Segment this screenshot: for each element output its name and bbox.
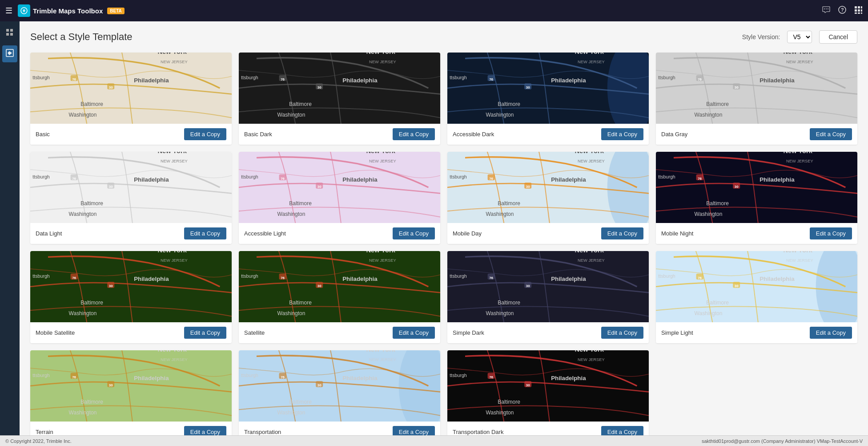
template-footer: Transportation DarkEdit a Copy [447, 422, 649, 435]
svg-rect-14 [861, 12, 862, 14]
svg-text:76: 76 [698, 77, 702, 81]
edit-copy-button-transportation-dark[interactable]: Edit a Copy [601, 426, 643, 435]
main-content: Select a Style Template Style Version: V… [20, 21, 868, 435]
svg-text:New York: New York [575, 53, 604, 55]
template-name: Simple Light [661, 329, 693, 336]
edit-copy-button-simple-light[interactable]: Edit a Copy [810, 327, 852, 339]
edit-copy-button-mobile-day[interactable]: Edit a Copy [601, 227, 643, 239]
svg-text:ttsburgh: ttsburgh [658, 75, 675, 80]
svg-text:Washington: Washington [486, 310, 514, 316]
edit-copy-button-mobile-satellite[interactable]: Edit a Copy [184, 327, 226, 339]
svg-text:Baltimore: Baltimore [289, 399, 312, 405]
template-thumbnail-accessible-dark: 76 30 New York Philadelphia Baltimore Wa… [447, 53, 649, 124]
template-thumbnail-simple-light: 76 30 New York Philadelphia Baltimore Wa… [656, 251, 857, 322]
edit-copy-button-satellite[interactable]: Edit a Copy [393, 327, 435, 339]
svg-text:NEW JERSEY: NEW JERSEY [786, 159, 813, 163]
cancel-button[interactable]: Cancel [819, 30, 857, 44]
svg-text:Washington: Washington [695, 211, 723, 217]
svg-point-47 [607, 53, 649, 124]
svg-text:Washington: Washington [69, 211, 97, 217]
svg-rect-18 [10, 33, 13, 36]
svg-point-166 [816, 251, 857, 322]
edit-copy-button-data-gray[interactable]: Edit a Copy [810, 128, 852, 140]
svg-rect-16 [10, 29, 13, 32]
svg-text:Washington: Washington [69, 410, 97, 416]
svg-text:Baltimore: Baltimore [498, 200, 520, 207]
status-bar: © Copyright 2022, Trimble Inc. sakthtid0… [0, 435, 868, 446]
svg-text:ttsburgh: ttsburgh [450, 174, 467, 179]
template-footer: Simple DarkEdit a Copy [447, 322, 649, 343]
svg-text:ttsburgh: ttsburgh [32, 273, 50, 279]
edit-copy-button-basic-dark[interactable]: Edit a Copy [393, 128, 435, 140]
svg-text:76: 76 [281, 177, 285, 181]
svg-text:ttsburgh: ttsburgh [241, 273, 258, 279]
svg-text:30: 30 [526, 85, 530, 89]
svg-text:Philadelphia: Philadelphia [551, 77, 586, 84]
template-thumbnail-mobile-night: 76 30 New York Philadelphia Baltimore Wa… [656, 152, 857, 223]
edit-copy-button-simple-dark[interactable]: Edit a Copy [601, 327, 643, 339]
sidebar-style-icon[interactable] [2, 45, 17, 62]
template-thumbnail-basic-dark: 76 30 New York Philadelphia Baltimore Wa… [239, 53, 440, 124]
svg-text:Baltimore: Baltimore [498, 399, 520, 405]
edit-copy-button-accessible-light[interactable]: Edit a Copy [393, 227, 435, 239]
svg-text:76: 76 [698, 276, 702, 280]
logo-icon [18, 4, 30, 17]
svg-text:New York: New York [157, 53, 187, 55]
svg-rect-1 [824, 8, 825, 9]
template-name: Data Light [36, 230, 62, 237]
svg-text:Washington: Washington [695, 310, 723, 316]
svg-rect-7 [858, 6, 860, 8]
edit-copy-button-data-light[interactable]: Edit a Copy [184, 227, 226, 239]
hamburger-menu[interactable]: ☰ [5, 6, 12, 16]
svg-rect-10 [858, 9, 860, 12]
svg-text:Baltimore: Baltimore [706, 101, 729, 107]
svg-text:76: 76 [281, 276, 285, 280]
template-thumbnail-data-gray: 76 30 New York Philadelphia Baltimore Wa… [656, 53, 857, 124]
edit-copy-button-terrain[interactable]: Edit a Copy [184, 426, 226, 435]
svg-text:76: 76 [281, 375, 285, 379]
svg-rect-15 [6, 29, 9, 32]
template-card-basic: 76 30 New York Philadelphia Baltimore Wa… [30, 53, 232, 145]
edit-copy-button-transportation[interactable]: Edit a Copy [393, 426, 435, 435]
template-thumbnail-simple-dark: 76 30 New York Philadelphia Baltimore Wa… [447, 251, 649, 322]
apps-icon[interactable] [854, 5, 863, 16]
svg-text:ttsburgh: ttsburgh [241, 174, 258, 179]
sidebar-grid-icon[interactable] [2, 25, 17, 42]
svg-text:30: 30 [109, 85, 113, 89]
svg-text:New York: New York [366, 152, 395, 154]
svg-text:NEW JERSEY: NEW JERSEY [786, 258, 813, 263]
beta-badge: BETA [107, 8, 124, 14]
svg-text:Baltimore: Baltimore [289, 200, 312, 207]
svg-text:76: 76 [72, 77, 76, 81]
svg-text:Baltimore: Baltimore [80, 399, 103, 405]
help-icon[interactable]: ? [838, 5, 847, 16]
svg-text:NEW JERSEY: NEW JERSEY [369, 159, 396, 163]
template-name: Accessible Light [244, 230, 286, 237]
style-version-select[interactable]: V5 V4 V3 [787, 31, 812, 43]
svg-text:NEW JERSEY: NEW JERSEY [369, 357, 396, 362]
chat-icon[interactable] [822, 5, 831, 16]
template-thumbnail-transportation-dark: 76 30 New York Philadelphia Baltimore Wa… [447, 350, 649, 422]
svg-text:NEW JERSEY: NEW JERSEY [578, 357, 605, 362]
template-footer: Mobile DayEdit a Copy [447, 223, 649, 244]
svg-text:Philadelphia: Philadelphia [760, 176, 795, 183]
svg-text:NEW JERSEY: NEW JERSEY [161, 159, 188, 163]
svg-text:New York: New York [575, 251, 604, 254]
template-name: Simple Dark [453, 329, 484, 336]
edit-copy-button-mobile-night[interactable]: Edit a Copy [810, 227, 852, 239]
edit-copy-button-basic[interactable]: Edit a Copy [184, 128, 226, 140]
edit-copy-button-accessible-dark[interactable]: Edit a Copy [601, 128, 643, 140]
svg-text:New York: New York [157, 251, 187, 254]
nav-icons: ? [822, 5, 863, 16]
svg-text:NEW JERSEY: NEW JERSEY [369, 258, 396, 263]
svg-text:ttsburgh: ttsburgh [241, 373, 258, 378]
svg-text:Baltimore: Baltimore [706, 200, 729, 207]
svg-text:ttsburgh: ttsburgh [32, 373, 50, 378]
template-card-data-gray: 76 30 New York Philadelphia Baltimore Wa… [656, 53, 857, 145]
svg-text:30: 30 [317, 185, 321, 189]
template-footer: Mobile SatelliteEdit a Copy [30, 322, 232, 343]
template-thumbnail-transportation: 76 30 New York Philadelphia Baltimore Wa… [239, 350, 440, 422]
svg-text:76: 76 [489, 77, 493, 81]
svg-text:ttsburgh: ttsburgh [450, 373, 467, 378]
svg-text:Philadelphia: Philadelphia [760, 276, 795, 282]
